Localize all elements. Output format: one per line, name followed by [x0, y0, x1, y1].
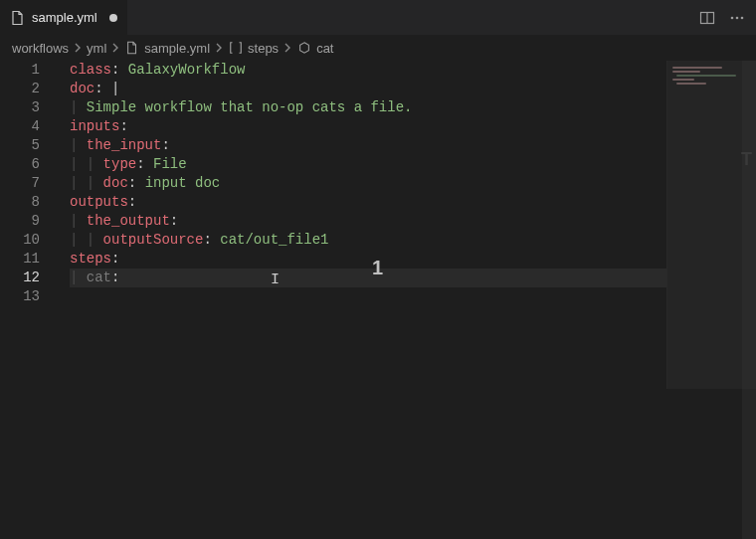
chevron-right-icon	[73, 43, 83, 53]
dirty-indicator-icon	[109, 14, 117, 22]
file-icon	[10, 10, 26, 26]
line-number: 5	[0, 136, 40, 155]
tab-filename: sample.yml	[32, 10, 97, 25]
svg-point-3	[736, 16, 739, 19]
line-number: 13	[0, 287, 40, 306]
line-number: 6	[0, 155, 40, 174]
tab-actions	[696, 7, 756, 29]
code-line[interactable]: steps:	[70, 250, 756, 269]
line-number: 11	[0, 250, 40, 269]
breadcrumb-cat[interactable]: cat	[296, 40, 333, 56]
line-number-gutter: 12345678910111213	[0, 61, 50, 539]
code-line[interactable]: | | type: File	[70, 155, 756, 174]
chevron-right-icon	[214, 43, 224, 53]
code-line[interactable]: | the_output:	[70, 212, 756, 231]
line-number: 2	[0, 80, 40, 98]
code-line[interactable]: doc: |	[70, 80, 756, 98]
code-line[interactable]: inputs:	[70, 117, 756, 136]
chevron-right-icon	[110, 43, 120, 53]
tab-bar: sample.yml	[0, 0, 756, 35]
line-number: 10	[0, 231, 40, 250]
line-number: 9	[0, 212, 40, 231]
line-number: 12	[0, 269, 40, 287]
breadcrumb-yml[interactable]: yml	[87, 41, 106, 56]
line-number: 3	[0, 98, 40, 117]
breadcrumb-file[interactable]: sample.yml	[124, 40, 210, 56]
split-editor-icon[interactable]	[696, 7, 718, 29]
code-area[interactable]: I class: GalaxyWorkflowdoc: || Simple wo…	[50, 61, 756, 539]
line-number: 1	[0, 61, 40, 80]
svg-point-4	[741, 16, 744, 19]
chevron-right-icon	[283, 43, 292, 53]
breadcrumb-steps[interactable]: steps	[228, 40, 279, 56]
code-editor[interactable]: 12345678910111213 I class: GalaxyWorkflo…	[0, 61, 756, 539]
editor-tab[interactable]: sample.yml	[0, 0, 127, 35]
breadcrumb: workflows yml sample.yml steps cat	[0, 35, 756, 61]
line-number: 8	[0, 193, 40, 212]
code-line[interactable]: | | doc: input doc	[70, 174, 756, 193]
code-line[interactable]: outputs:	[70, 193, 756, 212]
line-number: 7	[0, 174, 40, 193]
line-number: 4	[0, 117, 40, 136]
vertical-scrollbar[interactable]	[742, 61, 756, 539]
more-actions-icon[interactable]	[726, 7, 748, 29]
file-icon	[124, 40, 140, 56]
code-line[interactable]: | cat:	[70, 269, 756, 287]
array-icon	[228, 40, 244, 56]
code-line[interactable]: class: GalaxyWorkflow	[70, 61, 756, 80]
code-line[interactable]	[70, 287, 756, 306]
code-line[interactable]: | | outputSource: cat/out_file1	[70, 231, 756, 250]
symbol-icon	[296, 40, 312, 56]
svg-point-2	[731, 16, 734, 19]
breadcrumb-workflows[interactable]: workflows	[12, 41, 69, 56]
code-line[interactable]: | the_input:	[70, 136, 756, 155]
code-line[interactable]: | Simple workflow that no-op cats a file…	[70, 98, 756, 117]
